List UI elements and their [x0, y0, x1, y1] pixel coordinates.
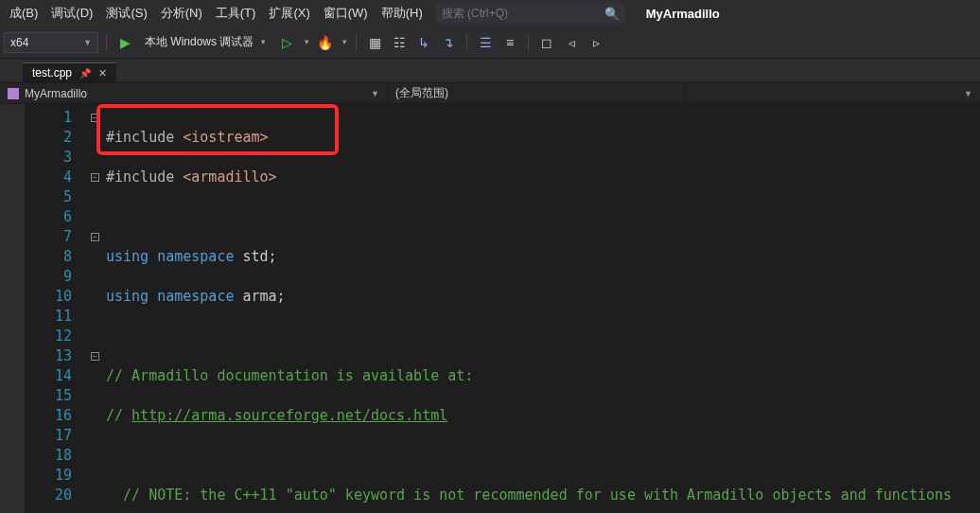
code-text[interactable]: #include <iostream> #include <armadillo>… — [102, 104, 980, 513]
tab-label: test.cpp — [32, 66, 72, 80]
search-box[interactable]: 🔍 — [436, 3, 625, 24]
line-numbers: 1234567891011121314151617181920 — [25, 104, 87, 513]
play-icon[interactable]: ▶ — [114, 32, 135, 53]
open-item-icon[interactable]: ☷ — [389, 32, 410, 53]
chevron-down-icon: ▼ — [83, 38, 92, 47]
menu-build[interactable]: 成(B) — [4, 3, 44, 24]
list-icon[interactable]: ☰ — [475, 32, 496, 53]
separator — [356, 34, 357, 51]
menu-ext[interactable]: 扩展(X) — [263, 3, 315, 24]
nav-bar: MyArmadillo ▼ (全局范围) ▼ — [0, 83, 980, 104]
menu-window[interactable]: 窗口(W) — [318, 3, 374, 24]
nav-project[interactable]: MyArmadillo ▼ — [0, 83, 388, 103]
fold-toggle[interactable]: − — [91, 233, 99, 241]
close-icon[interactable]: ✕ — [98, 67, 107, 80]
nav-project-label: MyArmadillo — [25, 87, 87, 100]
chevron-down-icon: ▼ — [964, 89, 972, 98]
solution-name: MyArmadillo — [646, 7, 720, 21]
bookmark-next-icon[interactable]: ▹ — [586, 32, 606, 53]
toolbar: x64 ▼ ▶ 本地 Windows 调试器 ▼ ▷ ▼ 🔥 ▼ ▦ ☷ ↳ ↴… — [0, 27, 980, 59]
margin-gutter — [0, 104, 25, 513]
menu-bar: 成(B) 调试(D) 测试(S) 分析(N) 工具(T) 扩展(X) 窗口(W)… — [0, 0, 980, 27]
start-without-debug-icon[interactable]: ▷ — [276, 32, 297, 53]
new-item-icon[interactable]: ▦ — [364, 32, 385, 53]
tab-test-cpp[interactable]: test.cpp 📌 ✕ — [23, 62, 116, 82]
hot-reload-icon[interactable]: 🔥 — [314, 32, 335, 53]
search-input[interactable] — [442, 7, 593, 20]
fold-toggle[interactable]: − — [91, 352, 99, 361]
start-debugging-button[interactable]: 本地 Windows 调试器 ▼ — [139, 32, 272, 53]
chevron-down-icon: ▼ — [341, 38, 348, 46]
fold-toggle[interactable]: − — [91, 114, 99, 122]
chevron-down-icon: ▼ — [303, 38, 310, 46]
nav-scope-label: (全局范围) — [395, 85, 448, 101]
start-label: 本地 Windows 调试器 — [145, 34, 254, 50]
separator — [106, 34, 107, 51]
project-icon — [8, 88, 19, 99]
fold-gutter[interactable]: − − − − — [87, 104, 102, 513]
menu-tools[interactable]: 工具(T) — [210, 3, 262, 24]
tab-strip: test.cpp 📌 ✕ — [0, 59, 980, 83]
bookmark-icon[interactable]: ◻ — [536, 32, 557, 53]
code-area[interactable]: 1234567891011121314151617181920 − − − − … — [25, 104, 980, 513]
editor: 1234567891011121314151617181920 − − − − … — [0, 104, 980, 513]
fold-toggle[interactable]: − — [91, 173, 99, 182]
menu-test[interactable]: 测试(S) — [100, 3, 152, 24]
chevron-down-icon: ▼ — [259, 38, 267, 46]
comment-icon[interactable]: ≡ — [499, 32, 520, 53]
menu-help[interactable]: 帮助(H) — [376, 3, 429, 24]
chevron-down-icon: ▼ — [371, 89, 379, 98]
platform-value: x64 — [10, 36, 28, 49]
step-icon[interactable]: ↳ — [413, 32, 434, 53]
bookmark-prev-icon[interactable]: ◃ — [561, 32, 582, 53]
separator — [466, 34, 467, 51]
nav-member[interactable]: ▼ — [685, 83, 981, 103]
pin-icon[interactable]: 📌 — [79, 68, 91, 79]
search-icon: 🔍 — [604, 7, 620, 21]
separator — [528, 34, 529, 51]
menu-debug[interactable]: 调试(D) — [45, 3, 98, 24]
nav-scope[interactable]: (全局范围) — [388, 83, 685, 103]
step-over-icon[interactable]: ↴ — [438, 32, 459, 53]
platform-combo[interactable]: x64 ▼ — [4, 32, 98, 53]
menu-analyze[interactable]: 分析(N) — [155, 3, 208, 24]
